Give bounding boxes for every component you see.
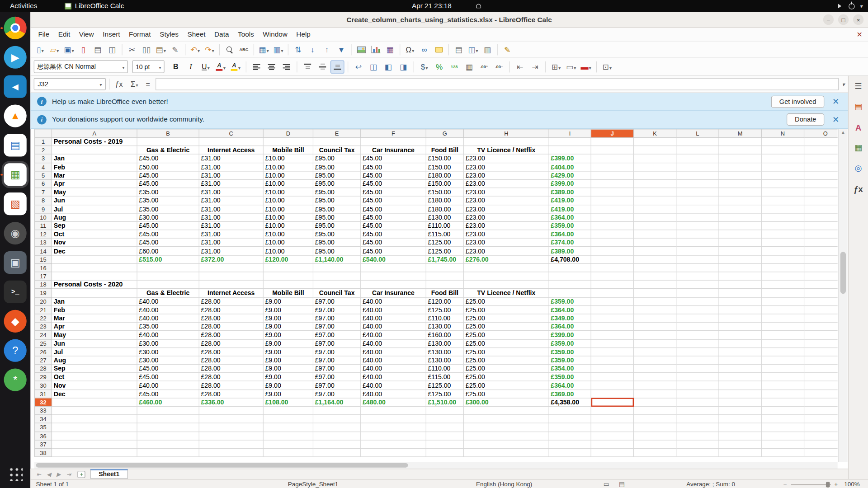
cell-L1[interactable] (676, 137, 719, 146)
headers-and-footers-button[interactable]: ▤ (452, 43, 466, 56)
font-color-button[interactable] (214, 60, 228, 73)
cell-M36[interactable] (719, 432, 761, 440)
cell-A31[interactable]: Dec (52, 389, 137, 398)
cell-N31[interactable] (761, 389, 804, 398)
cell-A12[interactable]: Oct (52, 230, 137, 239)
sidebar-functions-tab[interactable]: ƒx (852, 183, 864, 195)
cell-G35[interactable] (426, 423, 463, 432)
cell-H37[interactable] (464, 440, 549, 449)
cell-N34[interactable] (761, 415, 804, 423)
cell-N14[interactable] (761, 247, 804, 255)
zoom-slider[interactable] (791, 484, 831, 485)
cell-J24[interactable] (591, 331, 633, 339)
row-header-1[interactable]: 1 (35, 137, 52, 146)
cell-O33[interactable] (804, 406, 838, 415)
cell-A34[interactable] (52, 415, 137, 423)
menu-window[interactable]: Window (259, 29, 292, 40)
selection-mode-icon[interactable]: ▭ (604, 480, 609, 488)
document-modified-icon[interactable]: ▤ (619, 480, 625, 488)
cell-H2[interactable]: TV Licence / Netflix (464, 146, 549, 155)
cell-M25[interactable] (719, 339, 761, 348)
cell-L31[interactable] (676, 389, 719, 398)
cell-O19[interactable] (804, 289, 838, 297)
cell-O24[interactable] (804, 331, 838, 339)
cell-L15[interactable] (676, 255, 719, 264)
previous-sheet-button[interactable]: ◀ (45, 471, 53, 477)
cell-L37[interactable] (676, 440, 719, 449)
cell-D13[interactable]: £10.00 (263, 238, 313, 247)
cell-B24[interactable]: £40.00 (137, 331, 199, 339)
close-document-button[interactable]: ✕ (856, 30, 862, 38)
cell-K35[interactable] (633, 423, 676, 432)
cell-K28[interactable] (633, 364, 676, 373)
cell-A16[interactable] (52, 263, 137, 272)
close-icon[interactable]: ✕ (830, 97, 841, 107)
cell-M21[interactable] (719, 305, 761, 314)
row-header-25[interactable]: 25 (35, 339, 52, 348)
paste-button[interactable]: ▤ (154, 43, 168, 56)
cell-M15[interactable] (719, 255, 761, 264)
cell-F2[interactable]: Car Insurance (361, 146, 426, 155)
cell-N36[interactable] (761, 432, 804, 440)
cell-F3[interactable]: £45.00 (361, 154, 426, 163)
cell-H9[interactable]: £23.00 (464, 205, 549, 213)
cell-E7[interactable]: £95.00 (313, 188, 360, 197)
cell-H12[interactable]: £23.00 (464, 230, 549, 239)
cell-E33[interactable] (313, 406, 360, 415)
cell-B20[interactable]: £40.00 (137, 297, 199, 306)
cell-E37[interactable] (313, 440, 360, 449)
cell-F6[interactable]: £45.00 (361, 179, 426, 188)
row-header-32[interactable]: 32 (35, 398, 52, 407)
cell-M3[interactable] (719, 154, 761, 163)
cell-C16[interactable] (199, 263, 263, 272)
cell-D2[interactable]: Mobile Bill (263, 146, 313, 155)
cell-C4[interactable]: £31.00 (199, 163, 263, 171)
cell-E15[interactable]: £1,140.00 (313, 255, 360, 264)
cell-O30[interactable] (804, 381, 838, 390)
cell-I25[interactable]: £359.00 (549, 339, 591, 348)
cell-E31[interactable]: £97.00 (313, 389, 360, 398)
cell-A13[interactable]: Nov (52, 238, 137, 247)
cell-E18[interactable] (313, 280, 360, 289)
dock-libreoffice-writer[interactable]: ▤ (4, 134, 27, 156)
cell-N4[interactable] (761, 163, 804, 171)
cell-D32[interactable]: £108.00 (263, 398, 313, 407)
add-sheet-button[interactable]: + (78, 470, 85, 478)
cell-B37[interactable] (137, 440, 199, 449)
cell-L6[interactable] (676, 179, 719, 188)
row-header-27[interactable]: 27 (35, 356, 52, 365)
cell-M35[interactable] (719, 423, 761, 432)
cell-H1[interactable] (464, 137, 549, 146)
cell-N19[interactable] (761, 289, 804, 297)
name-box[interactable]: J32 (34, 78, 106, 90)
cell-L33[interactable] (676, 406, 719, 415)
cell-E30[interactable]: £97.00 (313, 381, 360, 390)
cell-E28[interactable]: £97.00 (313, 364, 360, 373)
cell-K3[interactable] (633, 154, 676, 163)
cell-B17[interactable] (137, 272, 199, 281)
cell-C5[interactable]: £31.00 (199, 171, 263, 180)
cell-J18[interactable] (591, 280, 633, 289)
cell-O2[interactable] (804, 146, 838, 155)
cell-E24[interactable]: £97.00 (313, 331, 360, 339)
cell-A25[interactable]: Jun (52, 339, 137, 348)
cell-O27[interactable] (804, 356, 838, 365)
cell-C13[interactable]: £31.00 (199, 238, 263, 247)
cell-C28[interactable]: £28.00 (199, 364, 263, 373)
cell-M30[interactable] (719, 381, 761, 390)
cell-I20[interactable]: £359.00 (549, 297, 591, 306)
cell-E21[interactable]: £97.00 (313, 305, 360, 314)
row-header-35[interactable]: 35 (35, 423, 52, 432)
cell-F11[interactable]: £45.00 (361, 221, 426, 230)
cell-G4[interactable]: £150.00 (426, 163, 463, 171)
cell-K26[interactable] (633, 347, 676, 356)
cell-K6[interactable] (633, 179, 676, 188)
cell-B14[interactable]: £60.00 (137, 247, 199, 255)
function-wizard-button[interactable]: ƒx (113, 80, 125, 88)
cell-A23[interactable]: Apr (52, 322, 137, 331)
cell-L35[interactable] (676, 423, 719, 432)
cell-J34[interactable] (591, 415, 633, 423)
cell-A29[interactable]: Oct (52, 373, 137, 381)
cell-H32[interactable]: £300.00 (464, 398, 549, 407)
cell-F21[interactable]: £40.00 (361, 305, 426, 314)
